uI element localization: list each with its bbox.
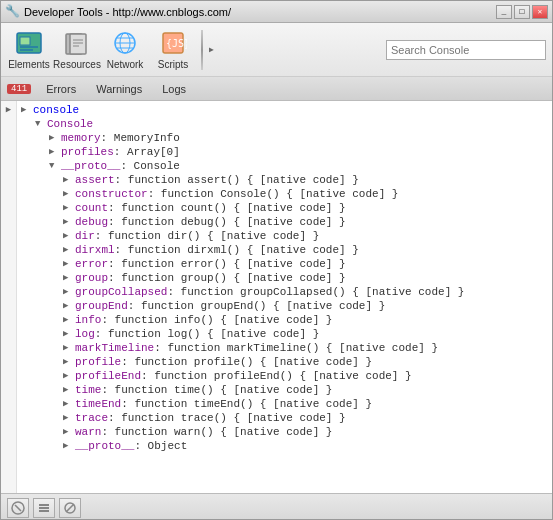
tree-arrow[interactable]: ▶ <box>63 411 75 425</box>
tree-item[interactable]: ▶memory: MemoryInfo <box>21 131 548 145</box>
tree-text: dirxml: function dirxml() { [native code… <box>75 243 359 257</box>
tree-item[interactable]: ▼Console <box>21 117 548 131</box>
tree-text: constructor: function Console() { [nativ… <box>75 187 398 201</box>
close-button[interactable]: ✕ <box>532 5 548 19</box>
tree-item[interactable]: ▶dir: function dir() { [native code] } <box>21 229 548 243</box>
svg-text:{JS}: {JS} <box>166 38 187 49</box>
console-tree[interactable]: ▶console▼Console▶memory: MemoryInfo▶prof… <box>17 101 552 493</box>
tree-text: group: function group() { [native code] … <box>75 271 346 285</box>
tree-arrow[interactable]: ▶ <box>63 439 75 453</box>
network-button[interactable]: Network <box>103 27 147 72</box>
tree-arrow[interactable]: ▶ <box>63 397 75 411</box>
tree-arrow[interactable]: ▶ <box>63 425 75 439</box>
main-area: ▶ ▶console▼Console▶memory: MemoryInfo▶pr… <box>1 101 552 493</box>
tree-arrow[interactable]: ▶ <box>21 103 33 117</box>
tree-arrow[interactable]: ▶ <box>63 257 75 271</box>
tree-arrow[interactable]: ▶ <box>63 285 75 299</box>
title-text: Developer Tools - http://www.cnblogs.com… <box>24 6 496 18</box>
tree-item[interactable]: ▶timeEnd: function timeEnd() { [native c… <box>21 397 548 411</box>
tree-arrow[interactable]: ▶ <box>63 299 75 313</box>
tree-item[interactable]: ▶error: function error() { [native code]… <box>21 257 548 271</box>
tree-item[interactable]: ▶constructor: function Console() { [nati… <box>21 187 548 201</box>
tree-item[interactable]: ▶group: function group() { [native code]… <box>21 271 548 285</box>
tree-arrow[interactable]: ▶ <box>63 271 75 285</box>
tree-text: trace: function trace() { [native code] … <box>75 411 346 425</box>
tree-arrow[interactable]: ▶ <box>63 369 75 383</box>
stop-icon <box>63 501 77 515</box>
tree-text: error: function error() { [native code] … <box>75 257 346 271</box>
tree-arrow[interactable]: ▶ <box>49 131 61 145</box>
tree-arrow[interactable]: ▶ <box>63 341 75 355</box>
tree-item[interactable]: ▶profiles: Array[0] <box>21 145 548 159</box>
tree-item[interactable]: ▶info: function info() { [native code] } <box>21 313 548 327</box>
tree-item[interactable]: ▶debug: function debug() { [native code]… <box>21 215 548 229</box>
tree-text: memory: MemoryInfo <box>61 131 180 145</box>
stop-button[interactable] <box>59 498 81 518</box>
tree-item[interactable]: ▶__proto__: Object <box>21 439 548 453</box>
tree-arrow[interactable]: ▶ <box>63 313 75 327</box>
clear-button[interactable] <box>7 498 29 518</box>
tree-arrow[interactable]: ▶ <box>63 173 75 187</box>
tree-text: __proto__: Console <box>61 159 180 173</box>
tree-item[interactable]: ▶trace: function trace() { [native code]… <box>21 411 548 425</box>
minimize-button[interactable]: _ <box>496 5 512 19</box>
tree-item[interactable]: ▶time: function time() { [native code] } <box>21 383 548 397</box>
tree-item[interactable]: ▶profileEnd: function profileEnd() { [na… <box>21 369 548 383</box>
tab-logs[interactable]: Logs <box>153 80 195 98</box>
scripts-icon: {JS} <box>159 29 187 57</box>
tree-item[interactable]: ▶groupCollapsed: function groupCollapsed… <box>21 285 548 299</box>
expand-icon <box>37 501 51 515</box>
svg-rect-1 <box>20 37 30 45</box>
left-gutter: ▶ <box>1 101 17 493</box>
tree-text: debug: function debug() { [native code] … <box>75 215 346 229</box>
tree-arrow[interactable]: ▶ <box>63 383 75 397</box>
tree-item[interactable]: ▶warn: function warn() { [native code] } <box>21 425 548 439</box>
toolbar: Elements Resources Network {JS} Scripts <box>1 23 552 77</box>
tab-errors[interactable]: Errors <box>37 80 85 98</box>
tree-item[interactable]: ▶console <box>21 103 548 117</box>
resources-icon <box>63 29 91 57</box>
tree-arrow[interactable]: ▼ <box>49 159 61 173</box>
search-area <box>218 40 546 60</box>
resources-button[interactable]: Resources <box>55 27 99 72</box>
tree-arrow[interactable]: ▼ <box>35 117 47 131</box>
network-icon <box>111 29 139 57</box>
more-tools-chevron[interactable]: ▶ <box>209 45 214 54</box>
tree-text: log: function log() { [native code] } <box>75 327 319 341</box>
tree-item[interactable]: ▶groupEnd: function groupEnd() { [native… <box>21 299 548 313</box>
tree-item[interactable]: ▶log: function log() { [native code] } <box>21 327 548 341</box>
tree-text: profile: function profile() { [native co… <box>75 355 372 369</box>
tree-text: warn: function warn() { [native code] } <box>75 425 332 439</box>
tree-arrow[interactable]: ▶ <box>63 243 75 257</box>
tree-item[interactable]: ▶assert: function assert() { [native cod… <box>21 173 548 187</box>
tree-item[interactable]: ▶profile: function profile() { [native c… <box>21 355 548 369</box>
elements-icon <box>15 29 43 57</box>
maximize-button[interactable]: □ <box>514 5 530 19</box>
tab-bar: 411 Errors Warnings Logs <box>1 77 552 101</box>
tree-text: groupCollapsed: function groupCollapsed(… <box>75 285 464 299</box>
svg-rect-5 <box>70 34 86 54</box>
tree-arrow[interactable]: ▶ <box>63 201 75 215</box>
expand-arrow[interactable]: ▶ <box>6 103 11 117</box>
tree-arrow[interactable]: ▶ <box>63 229 75 243</box>
tree-arrow[interactable]: ▶ <box>63 355 75 369</box>
tree-arrow[interactable]: ▶ <box>63 327 75 341</box>
scripts-button[interactable]: {JS} Scripts <box>151 27 195 72</box>
elements-button[interactable]: Elements <box>7 27 51 72</box>
tree-item[interactable]: ▶markTimeline: function markTimeline() {… <box>21 341 548 355</box>
error-badge: 411 <box>7 84 31 94</box>
tree-item[interactable]: ▶count: function count() { [native code]… <box>21 201 548 215</box>
tree-text: groupEnd: function groupEnd() { [native … <box>75 299 385 313</box>
search-input[interactable] <box>386 40 546 60</box>
expand-all-button[interactable] <box>33 498 55 518</box>
tree-arrow[interactable]: ▶ <box>63 215 75 229</box>
tree-item[interactable]: ▼__proto__: Console <box>21 159 548 173</box>
tree-text: profiles: Array[0] <box>61 145 180 159</box>
tree-arrow[interactable]: ▶ <box>63 187 75 201</box>
tree-item[interactable]: ▶dirxml: function dirxml() { [native cod… <box>21 243 548 257</box>
tree-text: profileEnd: function profileEnd() { [nat… <box>75 369 412 383</box>
window-controls[interactable]: _ □ ✕ <box>496 5 548 19</box>
tree-arrow[interactable]: ▶ <box>49 145 61 159</box>
tab-warnings[interactable]: Warnings <box>87 80 151 98</box>
elements-label: Elements <box>8 59 50 70</box>
